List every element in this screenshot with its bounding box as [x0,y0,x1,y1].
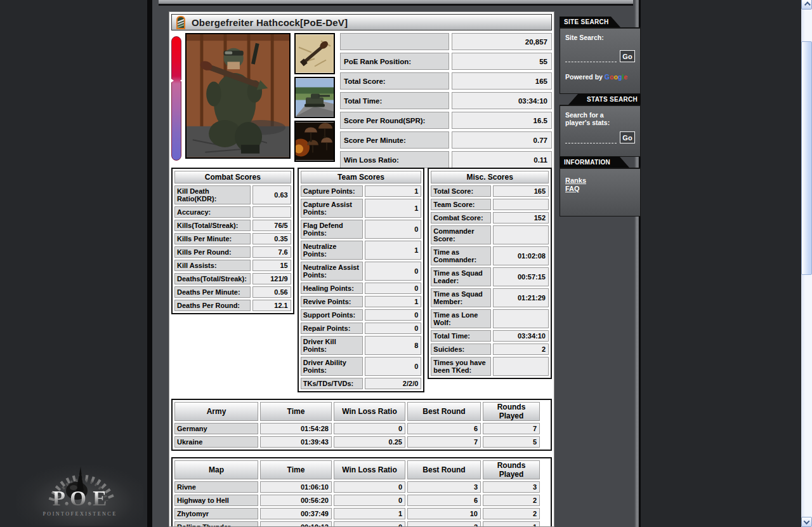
table-row: Rivne 01:06:10 0 3 3 [174,481,540,493]
map-name: Zhytomyr [174,508,258,519]
stat-label [340,33,449,50]
cell-value: 2 [483,508,540,519]
misc-scores-table: Misc. Scores Total Score:165 Team Score:… [428,168,552,379]
table-row: Support Points:0 [301,309,422,321]
stat-value: 12.1 [252,300,291,311]
stat-label: Healing Points: [301,283,363,294]
stat-label: Time as Squad Leader: [431,267,491,286]
summary-row: Win Loss Ratio: 0.11 [340,151,552,168]
stat-label: Revive Points: [301,296,363,307]
stat-label: Kills(Total/Streak): [174,220,251,231]
stat-value: 76/5 [252,220,291,231]
stat-value [493,357,549,376]
table-row: Highway to Hell 00:56:20 0 6 2 [174,495,540,506]
ranks-link[interactable]: Ranks [565,177,635,185]
stat-value: 00:57:15 [493,267,549,286]
stat-value: 01:02:08 [493,246,549,265]
stats-search-tab: STATS SEARCH [568,94,641,105]
map-name: Rivne [174,481,258,493]
table-row: Accuracy: [174,206,291,218]
site-search-tab: SITE SEARCH [560,17,620,27]
stat-label: Capture Assist Points: [301,199,363,218]
stat-value [252,206,291,218]
stat-label: Time as Commander: [431,246,491,265]
table-row: Neutralize Points:1 [301,241,422,260]
table-header-row: Army Time Win Loss Ratio Best Round Roun… [174,402,540,421]
summary-row: Score Per Round(SPR): 16.5 [340,112,552,129]
summary-row: 20,857 [340,33,552,50]
stat-value [493,309,549,328]
stat-label: Total Time: [431,330,491,342]
stats-search-input[interactable] [565,134,617,143]
cell-value: 10 [407,508,481,519]
poe-logo-text: P.O.E [16,487,143,510]
tank-thumbnail [294,77,335,118]
column-header: Time [260,402,332,421]
table-row: Deaths(Total/Streak):121/9 [174,273,291,284]
stat-value: 03:34:10 [452,92,552,109]
table-row: Deaths Per Round:12.1 [174,300,291,311]
table-row: Team Score: [431,199,549,210]
chevron-up-icon [804,1,811,8]
table-row: Healing Points:0 [301,283,422,294]
stat-label: Capture Points: [301,185,363,197]
cell-value: 3 [483,481,540,493]
site-search-go-button[interactable]: Go [620,50,635,62]
column-header: Rounds Played [483,460,540,479]
column-header: Time [260,460,332,479]
stat-label: Team Score: [431,199,491,210]
cell-value: 0 [334,481,405,493]
powered-by-text: Powered by [565,73,605,81]
scrollbar-down-button[interactable] [801,517,812,527]
cell-value: 00:19:12 [260,521,332,527]
stat-label: Score Per Round(SPR): [340,112,449,129]
cell-value: 1 [483,521,540,527]
stat-value [493,199,549,210]
column-header: Win Loss Ratio [334,402,405,421]
summary-row: Total Score: 165 [340,72,552,90]
stat-value: 152 [493,212,549,223]
stat-value: 0.56 [252,286,291,298]
stat-value: 0.11 [452,151,552,168]
table-row: Commander Score: [431,225,549,244]
map-name: Rolling Thunder [174,521,258,527]
stat-label: Kills Per Minute: [174,233,251,244]
powered-by-google: Powered by Google [565,73,635,81]
column-header: Map [174,460,258,479]
table-row: Total Time:03:34:10 [431,330,549,342]
stat-value: 01:21:29 [493,288,549,307]
site-search-input[interactable] [565,53,617,62]
stat-value: 16.5 [452,112,552,129]
stat-label: Driver Kill Points: [301,336,363,355]
stat-value: 1 [365,185,421,197]
table-row: Neutralize Assist Points:0 [301,262,422,281]
stat-label: Total Time: [340,92,449,109]
table-row: Repair Points:0 [301,323,422,334]
table-header-row: Map Time Win Loss Ratio Best Round Round… [174,460,540,479]
stats-search-go-button[interactable]: Go [620,131,635,143]
stat-value: 0.63 [252,185,291,204]
scrollbar-up-button[interactable] [801,0,812,10]
table-row: Deaths Per Minute:0.56 [174,286,291,298]
scrollbar-thumb[interactable] [801,41,812,275]
table-row: TKs/TDs/TVDs:2/2/0 [301,378,422,389]
table-row: Rolling Thunder 00:19:12 0 2 1 [174,521,540,527]
faq-link[interactable]: FAQ [565,185,635,193]
stat-label: Support Points: [301,309,363,321]
stat-value: 55 [452,53,552,70]
page-title: Obergefreiter Hathcock[PoE-DeV] [192,17,348,28]
cell-value: 00:56:20 [260,495,332,506]
cell-value: 01:54:28 [260,423,332,434]
media-thumbnails [294,33,335,164]
stat-label: TKs/TDs/TVDs: [301,378,363,389]
summary-row: Score Per Minute: 0.77 [340,131,552,149]
rpg-weapon-thumbnail [294,33,335,74]
stat-value: 0 [365,220,421,239]
parachutes-thumbnail [294,121,335,162]
cell-value: 2 [483,495,540,506]
stat-value: 0.35 [252,233,291,244]
stat-value [493,225,549,244]
stats-search-label: Search for a player's stats: [565,111,624,126]
browser-scrollbar[interactable] [801,0,812,527]
stat-value: 20,857 [452,33,552,50]
